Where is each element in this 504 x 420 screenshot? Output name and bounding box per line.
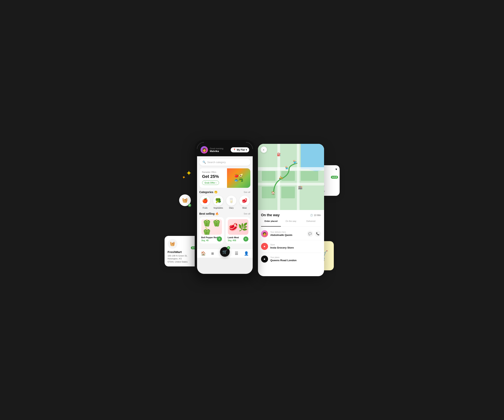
location-button[interactable]: 📍 My Flat ▾: [231, 147, 249, 152]
store-name: Insta Grocery Store: [270, 246, 294, 249]
grab-offer-button[interactable]: Grab Offer ›: [202, 181, 219, 185]
cart-nav-button[interactable]: 🛒 4: [220, 247, 230, 257]
phone-frame: 👩 Good morning Malvika 📍 My Flat ▾: [195, 140, 255, 276]
categories-see-all[interactable]: See all: [244, 191, 250, 193]
store-right-rating-badge: ★ 4.8: [331, 176, 338, 179]
svg-rect-6: [297, 144, 300, 210]
diary-label: Diary: [229, 207, 234, 209]
list-nav-icon[interactable]: ☰: [235, 251, 238, 256]
svg-text:🏬: 🏬: [298, 185, 303, 189]
greeting-text: Good morning: [210, 147, 223, 150]
home-nav-icon[interactable]: 🏠: [201, 251, 206, 256]
vegetables-icon-circle: 🥦: [213, 196, 223, 206]
avatar: 👩: [201, 146, 208, 153]
user-text: Good morning Malvika: [210, 147, 223, 152]
chat-button[interactable]: 💬: [307, 231, 313, 237]
store-left-address: 100-198 N Green St,Hoisington, KS67544, …: [168, 254, 197, 263]
categories-title: Categories 🤭: [199, 190, 217, 194]
search-bar[interactable]: 🔍 Search category: [199, 159, 250, 166]
profile-nav-icon[interactable]: 👤: [244, 251, 249, 256]
search-icon: 🔍: [203, 161, 206, 164]
svg-text:🏠: 🏠: [271, 191, 275, 195]
vegetables-label: Vegetables: [213, 207, 223, 209]
meat-label: Meat: [242, 207, 247, 209]
svg-text:⛽: ⛽: [277, 152, 281, 156]
delivery-screen: 🏪 🛵 🏠 🏪 🏬 ⛽ ‹ On the way: [258, 144, 324, 276]
category-meat[interactable]: 🥩 Meat: [239, 196, 250, 209]
grab-offer-label: Grab Offer ›: [205, 182, 217, 184]
map-svg: 🏪 🛵 🏠 🏪 🏬 ⛽: [258, 144, 324, 210]
map-area: 🏪 🛵 🏠 🏪 🏬 ⛽ ‹: [258, 144, 324, 210]
svg-rect-2: [301, 144, 324, 169]
svg-rect-3: [258, 167, 324, 171]
phone-header: 👩 Good morning Malvika 📍 My Flat ▾: [197, 142, 253, 156]
step-on-the-way: On the way: [281, 220, 301, 224]
cart-icon: 🛒: [222, 250, 227, 254]
product-bell-pepper: 🫑🫑🫑 Bell Pepper Red 1kg, 4$ +: [199, 217, 224, 243]
place-row: ● Your place Queens Road London: [261, 256, 321, 265]
category-diary[interactable]: 🥛 Diary: [226, 196, 237, 209]
promo-food-image: 🍅🥑 🐟🥦: [227, 168, 250, 188]
phone-screen[interactable]: 👩 Good morning Malvika 📍 My Flat ▾: [197, 142, 253, 274]
time-value: 10 Min: [314, 214, 321, 217]
best-selling-title: Best selling 🔥: [199, 212, 219, 215]
clock-icon: 🕐: [310, 214, 313, 217]
lamb-meat-image: 🥩🌿: [228, 219, 248, 235]
fruits-label: Fruits: [203, 207, 208, 209]
best-selling-section-header: Best selling 🔥 See all: [199, 212, 250, 215]
bottom-nav: 🏠 ⊞ ☰ 👤 🛒 4: [197, 249, 253, 258]
place-info: Your place Queens Road London: [270, 256, 297, 262]
products-row: 🫑🫑🫑 Bell Pepper Red 1kg, 4$ + 🥩🌿 Lamb M: [199, 217, 250, 243]
store-right-heart-icon[interactable]: ♥: [335, 168, 337, 171]
progress-steps: Order placed On the way Delivered: [261, 220, 321, 227]
map-back-button[interactable]: ‹: [261, 146, 267, 153]
delivery-title: On the way: [261, 213, 280, 217]
delivery-hero-avatar: 🧑: [261, 230, 268, 237]
delivery-header: On the way 🕐 10 Min: [261, 213, 321, 217]
diary-icon-circle: 🥛: [226, 196, 236, 206]
food-collage: 🍅🥑 🐟🥦: [234, 174, 243, 182]
user-name: Malvika: [210, 150, 223, 152]
place-name: Queens Road London: [270, 259, 297, 262]
chevron-down-icon: ▾: [246, 148, 247, 151]
store-label: Store: [270, 244, 294, 246]
delivery-hero-row: 🧑 Your delivery hero Abdulmalik Qasim 💬 …: [261, 230, 321, 240]
chat-icon: 💬: [308, 232, 312, 235]
search-placeholder: Search category: [207, 161, 226, 164]
delivery-hero-name: Abdulmalik Qasim: [270, 234, 292, 237]
grid-nav-icon[interactable]: ⊞: [211, 252, 214, 255]
store-row: ● Store Insta Grocery Store: [261, 243, 321, 253]
delivery-time: 🕐 10 Min: [310, 214, 321, 217]
categories-row: 🍎 Fruits 🥦 Vegetables 🥛 Diary 🥩: [199, 196, 250, 209]
category-fruits[interactable]: 🍎 Fruits: [199, 196, 211, 209]
bell-pepper-image: 🫑🫑🫑: [201, 219, 222, 235]
scene: ✦ ✦ 🧺 ♥ ★ 4.8 FreshMart 100-198 N Green …: [165, 134, 340, 286]
delivery-info: On the way 🕐 10 Min Order placed On the …: [258, 210, 324, 271]
location-label: My Flat: [237, 148, 245, 151]
step-delivered: Delivered: [301, 220, 321, 224]
location-pin-icon: 📍: [233, 148, 236, 151]
meat-icon-circle: 🥩: [240, 196, 250, 206]
best-selling-see-all[interactable]: See all: [244, 213, 250, 215]
phone-content: 🔍 Search category Ramadan Offers Get 25%…: [197, 156, 253, 249]
svg-text:🏪: 🏪: [285, 166, 288, 170]
store-left-basket-icon: 🧺: [168, 239, 177, 249]
add-lamb-meat-button[interactable]: +: [243, 237, 248, 242]
store-dot-icon: ●: [261, 243, 268, 250]
delivery-hero-actions: 💬 📞: [307, 231, 321, 237]
phone-inner: 👩 Good morning Malvika 📍 My Flat ▾: [197, 142, 253, 274]
call-button[interactable]: 📞: [315, 231, 321, 237]
categories-section-header: Categories 🤭 See all: [199, 190, 250, 194]
add-bell-pepper-button[interactable]: +: [217, 237, 222, 242]
svg-text:🛵: 🛵: [279, 176, 283, 179]
svg-rect-10: [281, 187, 295, 198]
floating-basket-badge: ❤: [188, 204, 191, 207]
svg-rect-4: [258, 183, 324, 185]
category-vegetables[interactable]: 🥦 Vegetables: [212, 196, 224, 209]
place-label: Your place: [270, 256, 297, 258]
store-info: Store Insta Grocery Store: [270, 244, 294, 249]
store-left-name: FreshMart: [168, 250, 197, 254]
svg-text:🏪: 🏪: [293, 160, 297, 164]
fruits-icon-circle: 🍎: [200, 196, 210, 206]
user-info: 👩 Good morning Malvika: [201, 146, 223, 153]
